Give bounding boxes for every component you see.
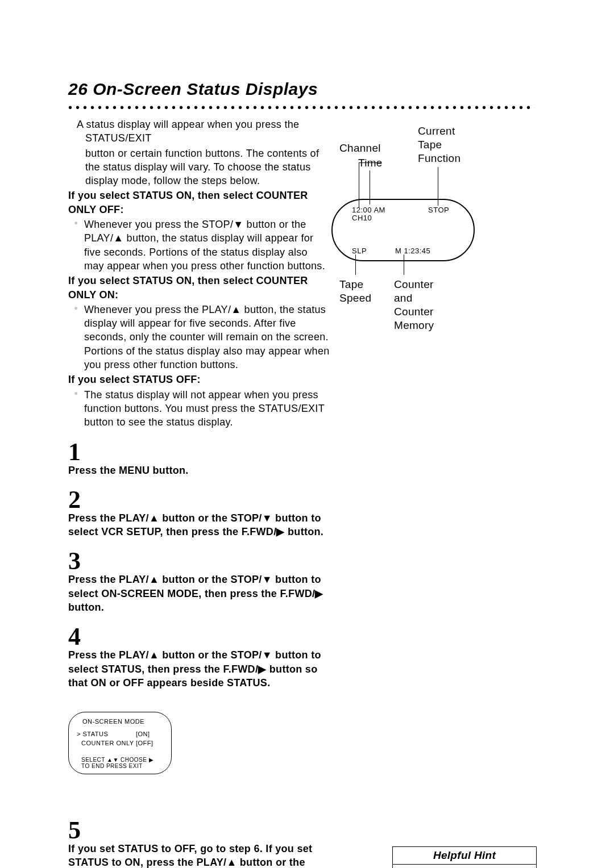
tv-screen: 12:00 AM CH10 STOP SLP M 1:23:45 — [331, 199, 475, 261]
label-tape-fn-1: Tape — [418, 139, 442, 152]
osd-row2-label: COUNTER ONLY — [81, 740, 134, 746]
step-number-2: 2 — [68, 487, 330, 512]
label-time: Time — [358, 157, 383, 170]
helpful-hint-box: Helpful Hint You cannot view closed capt… — [392, 846, 537, 868]
step-5-text: If you set STATUS to OFF, go to step 6. … — [68, 842, 330, 868]
section-2-head: If you select STATUS ON, then select COU… — [68, 274, 330, 302]
tv-time-value: 12:00 AM — [352, 206, 385, 214]
tv-counter-value: M 1:23:45 — [395, 247, 430, 255]
step-number-3: 3 — [68, 549, 330, 574]
page-title: 26 On-Screen Status Displays — [68, 80, 534, 99]
tv-function-value: STOP — [428, 206, 449, 214]
osd-row2-value: [OFF] — [136, 740, 154, 746]
step-2-text: Press the PLAY/▲ button or the STOP/▼ bu… — [68, 511, 330, 539]
osd-menu-figure: ON-SCREEN MODE > STATUS [ON] COUNTER ONL… — [68, 712, 172, 774]
hint-body: You cannot view closed captions during r… — [393, 865, 536, 868]
section-1-body: Whenever you press the STOP/▼ button or … — [68, 218, 330, 273]
callout-h-channel — [359, 162, 381, 163]
label-channel: Channel — [339, 142, 381, 155]
title-underline: ••••••••••••••••••••••••••••••••••••••••… — [68, 101, 534, 114]
label-counter-4: Memory — [394, 319, 434, 332]
section-1-head: If you select STATUS ON, then select COU… — [68, 189, 330, 216]
label-counter-2: and — [394, 292, 413, 305]
section-3-head: If you select STATUS OFF: — [68, 373, 330, 386]
step-4-text: Press the PLAY/▲ button or the STOP/▼ bu… — [68, 648, 330, 690]
label-tape-fn-2: Function — [418, 152, 460, 165]
intro-line-2: button or certain function buttons. The … — [85, 147, 330, 188]
label-counter-3: Counter — [394, 306, 434, 319]
osd-row1-label: > STATUS — [77, 731, 108, 737]
label-tape-speed-1: Tape — [339, 278, 363, 291]
section-2-body: Whenever you press the PLAY/▲ button, th… — [68, 303, 330, 372]
section-3-body: The status display will not appear when … — [68, 388, 330, 429]
tv-speed-value: SLP — [352, 247, 367, 255]
osd-footer-2: TO END PRESS EXIT — [81, 763, 143, 769]
hint-heading: Helpful Hint — [393, 847, 536, 865]
step-number-4: 4 — [68, 624, 330, 649]
tv-channel-value: CH10 — [352, 214, 372, 222]
osd-footer-1: SELECT ▲▼ CHOOSE ▶ — [81, 757, 154, 763]
callout-v-counter — [404, 254, 404, 275]
label-counter-1: Counter — [394, 278, 434, 291]
steps-continued: 5 If you set STATUS to OFF, go to step 6… — [68, 818, 330, 868]
document-page: 26 On-Screen Status Displays •••••••••••… — [68, 80, 534, 690]
osd-row1-value: [ON] — [136, 731, 150, 737]
label-current: Current — [418, 125, 455, 138]
osd-title: ON-SCREEN MODE — [82, 718, 144, 725]
intro-text: A status display will appear when you pr… — [68, 118, 330, 187]
intro-line-1: A status display will appear when you pr… — [77, 118, 330, 145]
step-number-5: 5 — [68, 818, 330, 843]
step-3-text: Press the PLAY/▲ button or the STOP/▼ bu… — [68, 573, 330, 614]
left-column: A status display will appear when you pr… — [68, 118, 330, 690]
label-tape-speed-2: Speed — [339, 292, 371, 305]
step-number-1: 1 — [68, 440, 330, 465]
callout-v-speed — [355, 254, 356, 275]
step-1-text: Press the MENU button. — [68, 464, 330, 477]
